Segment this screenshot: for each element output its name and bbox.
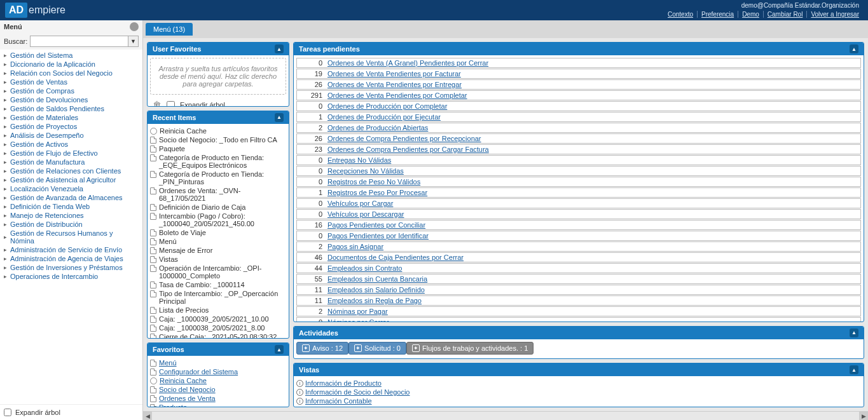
recent-item[interactable]: Paquete: [150, 144, 286, 153]
recent-item[interactable]: Caja: _1000038_20/05/2021_8.00: [150, 323, 286, 332]
task-link[interactable]: Empleados sin Regla de Pago: [327, 297, 422, 304]
task-link[interactable]: Nóminas por Pagar: [327, 308, 388, 315]
favorite-item-label[interactable]: Ordenes de Venta: [159, 395, 216, 402]
recent-item[interactable]: Categoría de Producto en Tienda: _PIN_Pi…: [150, 170, 286, 186]
task-link[interactable]: Ordenes de Compra Pendientes por Cargar …: [327, 146, 489, 153]
collapse-icon[interactable]: ▲: [850, 44, 858, 53]
scroll-left-icon[interactable]: ◀: [143, 412, 152, 421]
view-item[interactable]: iInformación de Producto: [296, 379, 861, 388]
expand-tree-checkbox[interactable]: [4, 409, 11, 416]
sidebar-item[interactable]: ▸Gestión de Saldos Pendientes: [4, 104, 139, 113]
view-item[interactable]: iInformación Contable: [296, 396, 861, 405]
task-link[interactable]: Ordenes de Venta (A Granel) Pendientes p…: [327, 59, 488, 67]
sidebar-item[interactable]: ▸Administración de Agencia de Viajes: [4, 254, 139, 263]
sidebar-item[interactable]: ▸Gestión de Compras: [4, 86, 139, 95]
recent-item[interactable]: Caja: _1000039_20/05/2021_10.00: [150, 315, 286, 323]
recent-item[interactable]: Socio del Negocio: _Todo en Filtro CA: [150, 135, 286, 144]
trash-icon[interactable]: 🗑: [153, 100, 162, 107]
view-link[interactable]: Información de Socio del Negocio: [305, 388, 410, 396]
collapse-icon[interactable]: ▲: [275, 345, 284, 354]
collapse-icon[interactable]: ▲: [850, 365, 858, 374]
scroll-right-icon[interactable]: ▶: [859, 412, 868, 421]
recent-item[interactable]: Definición de Diario de Caja: [150, 203, 286, 212]
sidebar-item[interactable]: ▸Gestión de Activos: [4, 140, 139, 149]
sidebar-item[interactable]: ▸Gestión de Recursos Humanos y Nómina: [4, 229, 139, 245]
search-input[interactable]: [31, 36, 128, 46]
task-link[interactable]: Pagos sin Asignar: [327, 243, 383, 250]
favorite-item-label[interactable]: Menú: [159, 359, 177, 367]
expand-fav-checkbox[interactable]: [167, 101, 175, 107]
favorite-item-label[interactable]: Socio del Negocio: [159, 386, 216, 393]
sidebar-item[interactable]: ▸Relación con Socios del Negocio: [4, 69, 139, 78]
sidebar-item[interactable]: ▸Gestión del Sistema: [4, 51, 139, 60]
recent-item[interactable]: Intercambio (Pago / Cobro): _1000040_20/…: [150, 212, 286, 228]
sidebar-item[interactable]: ▸Gestión de Relaciones con Clientes: [4, 166, 139, 175]
task-link[interactable]: Ordenes de Producción por Ejecutar: [327, 113, 441, 121]
favorites-drop-zone[interactable]: Arrastra y suelta tus artículos favorito…: [150, 58, 286, 95]
task-link[interactable]: Ordenes de Venta Pendientes por Completa…: [327, 91, 467, 99]
sidebar-item[interactable]: ▸Localización Venezuela: [4, 184, 139, 193]
recent-item[interactable]: Mensaje de Error: [150, 246, 286, 255]
view-item[interactable]: iInformación de Socio del Negocio: [296, 388, 861, 396]
task-link[interactable]: Ordenes de Venta Pendientes por Facturar: [327, 70, 461, 78]
recent-item[interactable]: Tasa de Cambio: _1000114: [150, 280, 286, 289]
activity-button[interactable]: ✦Aviso : 12: [296, 342, 348, 355]
recent-item[interactable]: Lista de Precios: [150, 306, 286, 315]
top-link-demo[interactable]: Demo: [738, 11, 764, 18]
task-link[interactable]: Vehículos por Cargar: [327, 200, 393, 207]
recent-item[interactable]: Boleto de Viaje: [150, 228, 286, 237]
task-link[interactable]: Nóminas por Cerrar: [327, 318, 389, 322]
task-link[interactable]: Ordenes de Producción por Completar: [327, 102, 447, 110]
task-link[interactable]: Recepciones No Válidas: [327, 167, 404, 175]
sidebar-item[interactable]: ▸Análisis de Desempeño: [4, 131, 139, 140]
task-link[interactable]: Ordenes de Producción Abiertas: [327, 124, 428, 132]
sidebar-item[interactable]: ▸Gestión de Ventas: [4, 78, 139, 86]
sidebar-item[interactable]: ▸Manejo de Retenciones: [4, 211, 139, 220]
task-link[interactable]: Registros de Peso Por Procesar: [327, 189, 427, 196]
favorite-item[interactable]: Producto: [150, 403, 286, 407]
task-link[interactable]: Entregas No Válidas: [327, 156, 391, 164]
favorite-item[interactable]: Ordenes de Venta: [150, 394, 286, 403]
sidebar-item[interactable]: ▸Gestión de Manufactura: [4, 158, 139, 166]
recent-item[interactable]: Vistas: [150, 255, 286, 264]
recent-item[interactable]: Operación de Intercambio: _OPI-1000000_C…: [150, 264, 286, 280]
sidebar-item[interactable]: ▸Gestión de Inversiones y Préstamos: [4, 263, 139, 272]
favorite-item[interactable]: Socio del Negocio: [150, 385, 286, 394]
task-link[interactable]: Pagos Pendientes por Identificar: [327, 232, 429, 240]
task-link[interactable]: Registros de Peso No Válidos: [327, 178, 420, 186]
recent-item[interactable]: Categoría de Producto en Tienda: _EQE_Eq…: [150, 153, 286, 170]
favorite-item-label[interactable]: Reinicia Cache: [160, 377, 207, 384]
task-link[interactable]: Empleados sin Salario Definido: [327, 286, 425, 294]
top-link-contexto[interactable]: Contexto: [664, 11, 698, 18]
view-link[interactable]: Información Contable: [305, 397, 372, 405]
recent-item[interactable]: Menú: [150, 237, 286, 246]
task-link[interactable]: Empleados sin Contrato: [327, 264, 402, 272]
sidebar-item[interactable]: ▸Diccionario de la Aplicación: [4, 60, 139, 69]
sidebar-item[interactable]: ▸Gestión de Asistencia al Agricultor: [4, 175, 139, 184]
sidebar-item[interactable]: ▸Gestión de Avanzada de Almacenes: [4, 193, 139, 202]
sidebar-item[interactable]: ▸Operaciones de Intercambio: [4, 272, 139, 281]
recent-item[interactable]: Cierre de Caja: _2021-05-20 08:30:32: [150, 332, 286, 339]
recent-item[interactable]: Ordenes de Venta: _OVN-68_17/05/2021: [150, 186, 286, 203]
sidebar-item[interactable]: ▸Gestión de Distribución: [4, 220, 139, 229]
favorite-item-label[interactable]: Configurador del Sistema: [159, 368, 238, 376]
sidebar-item[interactable]: ▸Gestión de Flujo de Efectivo: [4, 149, 139, 158]
favorite-item[interactable]: Menú: [150, 358, 286, 367]
favorite-item[interactable]: Configurador del Sistema: [150, 367, 286, 376]
collapse-icon[interactable]: ▲: [275, 44, 284, 53]
search-dropdown-icon[interactable]: ▼: [128, 36, 138, 46]
task-link[interactable]: Ordenes de Compra Pendientes por Recepci…: [327, 135, 481, 142]
horizontal-scrollbar[interactable]: ◀ ▶: [143, 411, 868, 420]
favorite-item-label[interactable]: Producto: [159, 403, 187, 407]
sidebar-item[interactable]: ▸Definición de Tienda Web: [4, 202, 139, 211]
sidebar-item[interactable]: ▸Gestión de Materiales: [4, 113, 139, 122]
task-link[interactable]: Ordenes de Venta Pendientes por Entregar: [327, 81, 462, 88]
task-link[interactable]: Pagos Pendientes por Conciliar: [327, 221, 425, 229]
recent-item[interactable]: Reinicia Cache: [150, 126, 286, 135]
collapse-icon[interactable]: ▲: [850, 329, 858, 337]
recent-item[interactable]: Tipo de Intercambio: _OP_Opercación Prin…: [150, 289, 286, 306]
view-link[interactable]: Información de Producto: [305, 379, 382, 387]
collapse-icon[interactable]: ▲: [275, 113, 284, 122]
sidebar-item[interactable]: ▸Administración de Servicio de Envío: [4, 245, 139, 254]
task-link[interactable]: Documentos de Caja Pendientes por Cerrar: [327, 254, 464, 261]
